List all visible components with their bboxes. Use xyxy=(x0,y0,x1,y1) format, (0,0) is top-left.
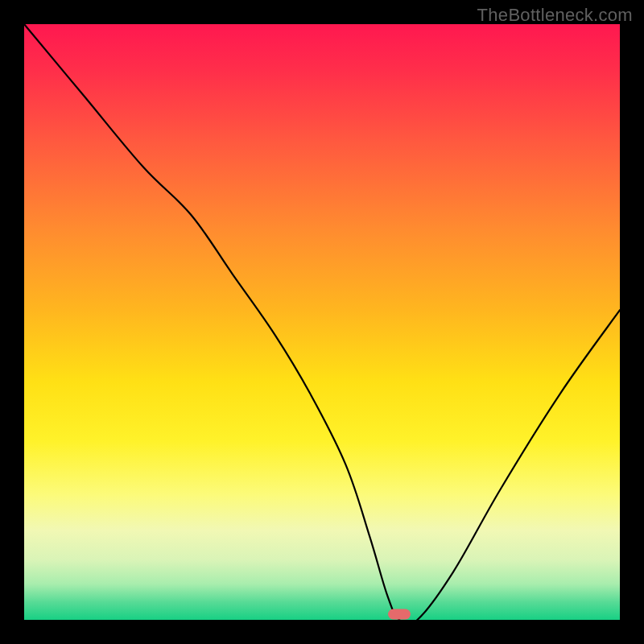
source-watermark: TheBottleneck.com xyxy=(477,5,633,26)
bottleneck-curve xyxy=(24,24,620,620)
plot-area xyxy=(24,24,620,620)
optimal-marker xyxy=(388,609,411,619)
chart-frame: TheBottleneck.com xyxy=(0,0,644,644)
